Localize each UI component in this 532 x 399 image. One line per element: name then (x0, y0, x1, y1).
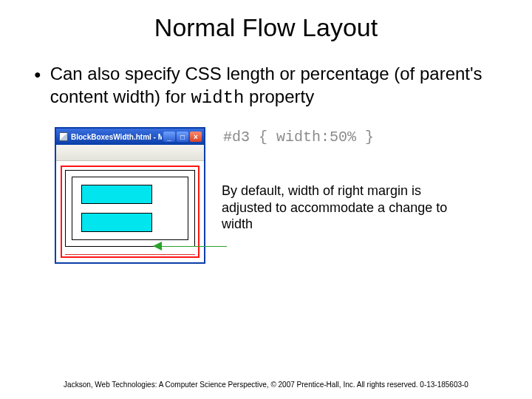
window-titlebar: BlockBoxesWidth.html - M... _ □ × (56, 129, 204, 145)
minimize-button[interactable]: _ (163, 132, 175, 142)
block-d3 (81, 185, 152, 204)
slide-title: Normal Flow Layout (30, 13, 502, 42)
box-inner-1 (65, 170, 195, 247)
bullet-code: width (191, 88, 244, 108)
bullet-text: Can also specify CSS length or percentag… (50, 63, 502, 109)
window-toolbar (56, 145, 204, 161)
browser-window: BlockBoxesWidth.html - M... _ □ × (55, 127, 205, 264)
baseline-divider (65, 254, 195, 255)
box-inner-2 (72, 177, 188, 240)
box-outer (61, 166, 200, 258)
bullet-item: ● Can also specify CSS length or percent… (34, 63, 502, 109)
close-button[interactable]: × (190, 132, 202, 142)
window-client (56, 161, 204, 262)
maximize-button[interactable]: □ (177, 132, 188, 142)
code-snippet: #d3 { width:50% } (223, 129, 473, 146)
bullet-dot: ● (34, 67, 41, 109)
page-icon (59, 132, 68, 141)
block-sibling (81, 213, 152, 232)
bullet-post: property (244, 86, 314, 106)
footer-citation: Jackson, Web Technologies: A Computer Sc… (0, 381, 532, 389)
window-title: BlockBoxesWidth.html - M... (71, 133, 162, 141)
annotation: By default, width of right margin is adj… (222, 183, 473, 233)
